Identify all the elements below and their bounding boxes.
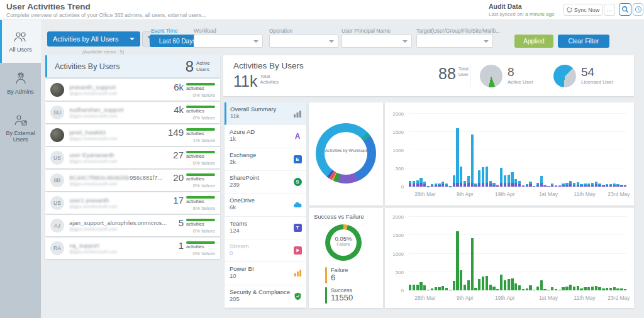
bar xyxy=(598,217,601,290)
security-icon xyxy=(293,292,302,300)
bar xyxy=(606,217,608,290)
bar xyxy=(562,217,564,290)
powerbi-icon xyxy=(293,269,302,278)
bar xyxy=(409,217,411,290)
workload-item-stream[interactable]: Stream0 xyxy=(225,239,306,262)
bar xyxy=(419,217,422,290)
activity-count: 6k xyxy=(174,82,184,92)
applied-button[interactable]: Applied xyxy=(514,35,553,48)
bar xyxy=(431,217,433,290)
search-icon xyxy=(621,6,629,13)
bar-segment-top xyxy=(423,285,426,290)
bar xyxy=(522,217,525,290)
avatar: US xyxy=(50,196,64,210)
activity-bar-block: activities xyxy=(186,82,215,91)
upn-filter-dropdown[interactable] xyxy=(341,35,412,48)
activities-label: activities xyxy=(186,108,204,114)
workload-value: 1k xyxy=(230,135,301,142)
user-list-item[interactable]: 8B8Cd4C7f9B3c4b0825b956c881f7...@gps.onm… xyxy=(45,170,220,191)
user-name-text: sudharshan_support xyxy=(69,106,124,113)
success-value: 11550 xyxy=(331,293,353,302)
y-axis: 0500100015002000 xyxy=(389,217,406,290)
sidebar-item-all-users[interactable]: All Users xyxy=(0,20,41,63)
workload-item-onedrive[interactable]: OneDrive6k xyxy=(225,194,306,216)
exchange-icon: E xyxy=(293,155,302,163)
user-list-item[interactable]: janel_hawk93@gps.onmicrosoft.com149activ… xyxy=(45,124,220,146)
more-options-button[interactable]: ... xyxy=(604,4,615,16)
user-list-item[interactable]: SUsudharshan_support@gps.onmicrosoft.com… xyxy=(45,102,220,123)
workload-value: 0 xyxy=(230,249,301,256)
summary-card: Activities By Users 11k TotalActivities … xyxy=(223,55,634,96)
search-button[interactable] xyxy=(619,3,631,16)
workload-item-security-compliance[interactable]: Security & Compliance205 xyxy=(225,285,306,308)
user-list-item[interactable]: RAraj_support@gps.onmicrosoft.com1activi… xyxy=(45,238,220,259)
bar-segment-top xyxy=(464,285,466,290)
bar xyxy=(496,114,499,187)
licensed-user-stat: 54 Licensed User xyxy=(581,66,613,85)
user-activity-stats: 5activities0% failure xyxy=(179,218,215,234)
bar xyxy=(569,217,572,290)
sidebar-item-by-external-users[interactable]: By External Users xyxy=(0,104,41,152)
active-user-label: Active User xyxy=(508,79,533,85)
bar xyxy=(508,114,510,187)
activities-label: activities xyxy=(186,153,204,159)
bar xyxy=(620,114,623,187)
avatar xyxy=(50,83,64,97)
y-tick-label: 500 xyxy=(396,269,404,275)
sidebar-item-label: By Admins xyxy=(7,89,34,95)
licensed-user-value: 54 xyxy=(581,66,613,79)
bar xyxy=(518,114,521,187)
target-filter-dropdown[interactable] xyxy=(416,35,493,48)
external-user-icon xyxy=(13,114,28,128)
sync-now-button[interactable]: Sync Now xyxy=(564,4,602,16)
avatar: 8B xyxy=(50,173,64,187)
bar xyxy=(427,114,430,187)
bar xyxy=(518,217,521,290)
bar-segment-top xyxy=(511,278,513,290)
bar xyxy=(565,114,568,187)
bar-chart-icon xyxy=(293,109,302,118)
workload-item-sharepoint[interactable]: SharePoint239S xyxy=(225,171,306,194)
bar xyxy=(533,114,535,187)
view-selector-dropdown[interactable]: Activities by All Users xyxy=(47,31,140,47)
workload-item-azure-ad[interactable]: Azure AD1kA xyxy=(225,125,306,148)
bar xyxy=(551,114,553,187)
user-name: raj_support xyxy=(69,242,118,249)
operation-filter-dropdown[interactable] xyxy=(269,35,338,48)
bar xyxy=(413,114,415,187)
workload-name: Power BI xyxy=(230,265,301,272)
schedule-button[interactable] xyxy=(633,3,643,16)
user-email: @gps.onmicrosoft.com xyxy=(69,90,118,96)
workload-item-power-bi[interactable]: Power BI10 xyxy=(225,262,306,285)
user-email: @gps.onmicrosoft.com xyxy=(69,136,118,141)
user-list-item[interactable]: USuser1 prasanth@gps.onmicrosoft.com17ac… xyxy=(45,192,220,214)
admin-gear-icon xyxy=(13,72,28,86)
workload-item-exchange[interactable]: Exchange2kE xyxy=(225,148,306,171)
clock-icon xyxy=(635,6,642,13)
user-list-item[interactable]: AJajan_support_alurophiles.onmicros...@g… xyxy=(45,215,220,236)
user-list-item[interactable]: USuser Eyanananth@gps.onmicrosoft.com27a… xyxy=(45,147,220,168)
bar xyxy=(500,217,502,290)
user-activity-stats: 1activities0% failure xyxy=(179,241,215,256)
clear-filter-button[interactable]: Clear Filter xyxy=(558,35,609,48)
bar xyxy=(584,114,586,187)
bar xyxy=(580,217,582,290)
user-email: @gps.onmicrosoft.com xyxy=(69,113,124,119)
activities-by-workload-donut xyxy=(316,123,376,184)
x-tick-label: 9th Apr xyxy=(457,295,474,301)
activity-count: 20 xyxy=(173,173,184,182)
workload-item-teams[interactable]: Teams124T xyxy=(225,217,306,239)
failure-legend-item: Failure 6 xyxy=(325,267,348,283)
bar xyxy=(609,217,612,290)
workload-filter-dropdown[interactable] xyxy=(194,35,263,48)
sidebar-item-by-admins[interactable]: By Admins xyxy=(0,63,41,104)
y-tick-label: 1000 xyxy=(392,251,404,256)
success-vs-failure-card: Success vs Failure 0.05% Failure Failure… xyxy=(309,208,383,308)
total-user: 88 TotalUser xyxy=(438,66,469,82)
avatar: SU xyxy=(50,106,64,119)
bar xyxy=(474,217,477,290)
user-list-item[interactable]: prasanth_support@gps.onmicrosoft.com6kac… xyxy=(45,79,220,101)
workload-item-overall-summary[interactable]: Overall Summary11k xyxy=(225,102,306,125)
activity-count: 27 xyxy=(173,150,184,160)
active-users-count: 8 xyxy=(186,58,194,75)
